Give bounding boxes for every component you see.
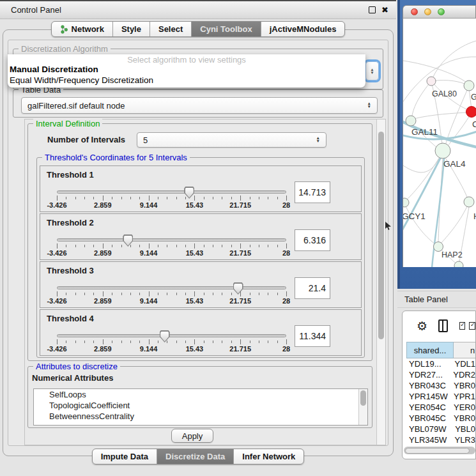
threshold-1-panel: Threshold 1 -3.4262.8599.14415.4321.7152… — [40, 165, 362, 212]
threshold-1-slider[interactable]: -3.4262.8599.14415.4321.71528 — [57, 187, 286, 211]
table-cell: YLR345W — [406, 435, 452, 445]
slider-thumb[interactable] — [160, 330, 170, 342]
tab-jactivemnodules[interactable]: jActiveMNodules — [261, 22, 345, 36]
columns-icon[interactable] — [438, 319, 448, 332]
threshold-2-value-field[interactable]: 6.316 — [295, 229, 330, 251]
tab-style[interactable]: Style — [112, 22, 150, 36]
table-row[interactable]: YBR045CYBR0 — [406, 413, 475, 424]
table-row[interactable]: YBR043CYBR0 — [406, 380, 475, 391]
slider-tick — [57, 196, 58, 201]
list-item[interactable]: SelfLoops — [34, 389, 367, 400]
slider-tick — [167, 245, 167, 247]
slider-tick — [222, 341, 222, 343]
slider-tick — [158, 293, 158, 295]
slider-tick — [75, 197, 76, 199]
table-row[interactable]: YDL19...YDL1 — [406, 358, 475, 369]
table-row[interactable]: YPR145WYPR1 — [406, 391, 475, 402]
slider-tick — [277, 341, 278, 343]
apply-button[interactable]: Apply — [171, 429, 213, 443]
tab-infer-network[interactable]: Infer Network — [233, 449, 303, 464]
slider-tick — [57, 243, 58, 249]
network-node[interactable] — [403, 198, 409, 207]
threshold-1-value-field[interactable]: 14.713 — [295, 181, 330, 203]
network-node[interactable] — [406, 116, 416, 126]
algorithm-combobox-button[interactable]: ▲ ▼ — [365, 61, 379, 81]
checkbox-icon[interactable] — [469, 322, 475, 330]
table-cell: YDL19... — [406, 359, 452, 369]
threshold-4-value-field[interactable]: 11.344 — [295, 325, 330, 347]
number-of-intervals-label: Number of Intervals — [47, 135, 125, 144]
network-node[interactable] — [464, 81, 474, 91]
tab-label: jActiveMNodules — [270, 24, 337, 34]
network-node[interactable] — [464, 197, 474, 207]
table-row[interactable]: YDR27...YDR2 — [406, 369, 475, 380]
slider-tick — [277, 197, 278, 199]
slider-tick — [250, 293, 250, 295]
table-cell: YDR27... — [406, 370, 451, 380]
numerical-attributes-list[interactable]: SelfLoops TopologicalCoefficient Between… — [33, 388, 368, 426]
slider-thumb[interactable] — [233, 282, 243, 295]
network-canvas[interactable]: GAL80GAGAL11CGAL4GCY1HHAP2 — [403, 19, 476, 267]
slider-tick — [93, 293, 94, 295]
minimize-traffic-light-icon[interactable] — [424, 8, 431, 15]
column-header-name[interactable]: n — [454, 342, 476, 358]
table-cell: YPR145W — [406, 392, 452, 401]
slider-tick — [231, 245, 232, 247]
settings-vertical-scrollbar[interactable] — [376, 119, 385, 445]
threshold-3-value-field[interactable]: 21.4 — [295, 277, 330, 299]
checkbox-icon[interactable] — [459, 322, 466, 330]
attributes-list-scrollbar[interactable] — [358, 389, 367, 425]
float-window-icon[interactable] — [369, 6, 376, 13]
network-node[interactable] — [427, 77, 436, 86]
network-node[interactable] — [466, 107, 476, 118]
slider-thumb[interactable] — [123, 234, 133, 247]
network-window-titlebar[interactable] — [403, 5, 476, 19]
slider-tick — [139, 197, 140, 199]
table-cell: YER054C — [406, 403, 452, 412]
list-item[interactable]: BetweennessCentrality — [34, 411, 367, 422]
table-body: YDL19...YDL1YDR27...YDR2YBR043CYBR0YPR14… — [406, 358, 475, 456]
tab-network[interactable]: Network — [52, 22, 112, 36]
slider-tick — [112, 293, 112, 295]
threshold-4-slider[interactable]: -3.4262.8599.14415.4321.71528 — [57, 330, 286, 355]
slider-tick — [167, 197, 167, 199]
slider-tick — [231, 197, 232, 199]
spinner-arrows-icon: ▲▼ — [367, 102, 371, 108]
close-icon[interactable]: ✖ — [381, 7, 388, 13]
dropdown-option-equal-width[interactable]: Equal Width/Frequency Discretization — [8, 75, 365, 86]
scrollbar-thumb[interactable] — [378, 132, 384, 339]
tab-discretize-data[interactable]: Discretize Data — [157, 449, 233, 464]
threshold-2-slider[interactable]: -3.4262.8599.14415.4321.71528 — [57, 234, 286, 259]
table-row[interactable]: YLR345WYLR3 — [406, 434, 475, 445]
zoom-traffic-light-icon[interactable] — [438, 8, 445, 15]
slider-tick — [277, 245, 278, 247]
slider-tick-label: -3.426 — [47, 249, 66, 257]
column-header-shared-name[interactable]: shared... — [406, 342, 454, 358]
slider-tick — [75, 341, 76, 343]
slider-tick — [176, 197, 177, 199]
table-row[interactable]: YER054CYER0 — [406, 402, 475, 413]
list-item[interactable]: TopologicalCoefficient — [34, 400, 367, 411]
slider-tick — [240, 196, 241, 201]
dropdown-option-manual[interactable]: Manual Discretization — [8, 65, 365, 75]
tab-impute-data[interactable]: Impute Data — [93, 449, 157, 464]
number-of-intervals-combobox[interactable]: 5 ▲▼ — [137, 132, 326, 148]
table-horizontal-scrollbar[interactable] — [404, 447, 475, 454]
gear-icon[interactable]: ⚙ — [417, 319, 427, 334]
network-node[interactable] — [435, 143, 450, 158]
slider-tick-label: 2.859 — [94, 345, 112, 353]
slider-tick — [222, 197, 222, 199]
table-data-combobox[interactable]: galFiltered.sif default node ▲▼ — [21, 97, 378, 114]
network-node[interactable] — [454, 261, 463, 267]
tab-label: Select — [158, 24, 183, 34]
tab-cyni-toolbox[interactable]: Cyni Toolbox — [191, 22, 260, 36]
close-traffic-light-icon[interactable] — [411, 8, 418, 15]
scrollbar-thumb[interactable] — [360, 390, 366, 406]
scrollbar-thumb[interactable] — [405, 448, 470, 454]
table-row[interactable]: YBL079WYBL0 — [406, 424, 475, 434]
slider-tick — [286, 291, 287, 296]
slider-thumb[interactable] — [184, 187, 194, 199]
threshold-3-slider[interactable]: -3.4262.8599.14415.4321.71528 — [57, 282, 286, 307]
tab-select[interactable]: Select — [150, 22, 191, 36]
slider-tick — [66, 245, 66, 247]
